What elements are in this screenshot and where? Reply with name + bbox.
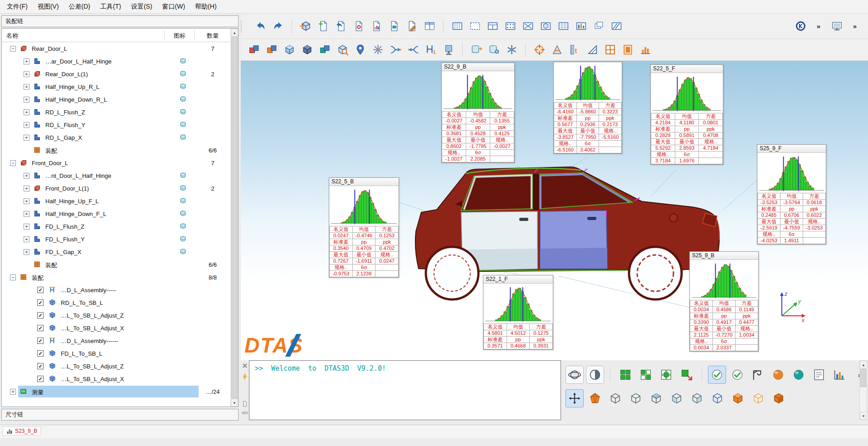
tree-item[interactable]: −装配8/8 bbox=[2, 271, 230, 284]
expand-toggle[interactable]: + bbox=[24, 109, 29, 115]
grid-green3-icon[interactable] bbox=[657, 366, 675, 384]
expand-toggle[interactable]: + bbox=[24, 135, 29, 141]
tree-item-label[interactable]: RD_L_To_SB_L bbox=[61, 299, 103, 306]
orbit-view-icon[interactable] bbox=[566, 366, 584, 384]
tree-item[interactable]: +FD_L_Flush_Z bbox=[2, 220, 230, 233]
locate-pin-icon[interactable] bbox=[352, 42, 368, 58]
split-view-icon[interactable] bbox=[422, 19, 437, 34]
close-console-icon[interactable] bbox=[241, 362, 249, 369]
hist-panel-S25_9_B[interactable]: S25_9_B名义值均值方差0.00340.45860.1149标准差ppppk… bbox=[689, 251, 759, 352]
tree-item-label[interactable]: …L_To_SB_L_Adjust_Z bbox=[61, 363, 124, 370]
panel-hex-icon[interactable] bbox=[538, 19, 553, 34]
hist-panel-S22_9_B[interactable]: S22_9_B名义值均值方差-0.0027-0.45820.1355标准差ppp… bbox=[441, 63, 515, 163]
sphere-teal-icon[interactable] bbox=[790, 366, 808, 384]
tree-item[interactable]: −Front_Door_L7 bbox=[2, 157, 230, 169]
panel-cross-icon[interactable] bbox=[520, 19, 536, 34]
checkbox-checked[interactable]: ✓ bbox=[37, 350, 44, 357]
tree-item-label[interactable]: …L_To_SB_L_Adjust_Z bbox=[61, 312, 124, 319]
hist-panel[interactable]: 名义值均值方差-6.4160-5.88600.3223标准差ppppk0.567… bbox=[553, 62, 622, 154]
tree-item-label[interactable]: Half_Hinge_Up_R_L bbox=[45, 83, 99, 90]
tree-item-label[interactable]: 装配 bbox=[45, 147, 57, 155]
hist-panel-title[interactable]: S22_9_B bbox=[442, 63, 514, 71]
tree-item-label[interactable]: FD_L_To_SB_L bbox=[61, 350, 102, 357]
tree-item[interactable]: ✓RD_L_To_SB_L bbox=[2, 296, 230, 309]
tree-item[interactable]: +FD_L_Flush_Y bbox=[2, 233, 230, 245]
measure-check-icon[interactable] bbox=[708, 366, 726, 384]
hist-panel-S25_9_F[interactable]: S25_9_F名义值均值方差-3.5253-3.57640.0618标准差ppp… bbox=[757, 144, 826, 245]
cube-solid2-icon[interactable] bbox=[770, 389, 788, 407]
tree-item[interactable]: ✓…L_To_SB_L_Adjust_Z bbox=[2, 360, 230, 372]
tree-item[interactable]: ✓…L_To_SB_L_Adjust_X bbox=[2, 372, 230, 385]
expand-toggle[interactable]: + bbox=[24, 198, 29, 204]
expand-toggle[interactable]: + bbox=[24, 224, 29, 230]
hoist-icon[interactable] bbox=[749, 366, 767, 384]
angle-ruler-icon[interactable] bbox=[585, 42, 600, 58]
menu-item[interactable]: 视图(V) bbox=[33, 1, 64, 13]
note-panel-icon[interactable] bbox=[810, 366, 828, 384]
quick-run-icon[interactable] bbox=[241, 373, 249, 380]
panel-slash-icon[interactable] bbox=[609, 19, 624, 34]
tree-item-label[interactable]: RD_L_Gap_X bbox=[45, 134, 82, 141]
expand-toggle[interactable]: + bbox=[24, 84, 29, 90]
statusbar-measurement-item[interactable]: S23_9_B bbox=[3, 426, 41, 436]
expand-toggle[interactable]: + bbox=[24, 59, 29, 64]
ruler-small-icon[interactable] bbox=[241, 409, 249, 417]
panel-table-icon[interactable] bbox=[485, 19, 500, 34]
tree-item[interactable]: +RD_L_Gap_X bbox=[2, 131, 230, 144]
tree-item-label[interactable]: …D_L_Assembly----- bbox=[61, 287, 116, 294]
tree-item[interactable]: −Rear_Door_L7 bbox=[2, 42, 230, 55]
panel-dots-icon[interactable] bbox=[502, 19, 518, 34]
monitor-icon[interactable] bbox=[829, 19, 844, 34]
collapse-toggle[interactable]: − bbox=[10, 160, 16, 166]
tree-item-label[interactable]: FD_L_Gap_X bbox=[45, 249, 82, 255]
assembly-stack3-icon[interactable] bbox=[317, 42, 332, 58]
grid-green-arrow-icon[interactable] bbox=[678, 366, 696, 384]
tree-item[interactable]: 装配6/6 bbox=[2, 144, 230, 157]
hist-panel-title[interactable]: S22_5_F bbox=[651, 65, 723, 73]
tree-item-label[interactable]: …D_L_Assembly------ bbox=[61, 338, 118, 344]
checkbox-checked[interactable]: ✓ bbox=[37, 363, 44, 369]
cube-wire3-icon[interactable] bbox=[647, 389, 665, 407]
doc-edit-icon[interactable] bbox=[404, 19, 419, 34]
dim-h1-icon[interactable]: 1 bbox=[423, 42, 439, 58]
merge-flow-icon[interactable] bbox=[388, 42, 403, 58]
redo-icon[interactable] bbox=[270, 19, 286, 34]
tree-item-label[interactable]: Front_Door_L bbox=[32, 160, 68, 167]
scroll-up-icon[interactable]: ▲ bbox=[860, 361, 867, 368]
collapse-toggle[interactable]: − bbox=[10, 274, 16, 280]
tree-item-label[interactable]: RD_L_Flush_Z bbox=[45, 109, 85, 116]
undo-icon[interactable] bbox=[253, 19, 268, 34]
viewport-scrollbar-thumb[interactable] bbox=[860, 369, 866, 387]
tree-scrollbar-thumb[interactable] bbox=[231, 37, 238, 398]
doc-report-icon[interactable] bbox=[369, 19, 384, 34]
tree-item[interactable]: +RD_L_Flush_Z bbox=[2, 106, 230, 118]
tree-item[interactable]: +Half_Hinge_Up_R_L bbox=[2, 80, 230, 93]
assembly-cube1-icon[interactable] bbox=[282, 42, 297, 58]
expand-toggle[interactable]: + bbox=[24, 173, 29, 179]
panel-dashed-icon[interactable] bbox=[467, 19, 483, 34]
collapse-toggle[interactable]: − bbox=[10, 46, 16, 52]
tree-item-label[interactable]: Front_Door_L(1) bbox=[45, 185, 89, 192]
media-circle-icon[interactable] bbox=[793, 19, 808, 34]
checkbox-checked[interactable]: ✓ bbox=[37, 287, 44, 293]
doc-view-icon[interactable] bbox=[386, 19, 402, 34]
tree-item[interactable]: ✓…L_To_SB_L_Adjust_X bbox=[2, 322, 230, 334]
histogram-icon[interactable] bbox=[638, 42, 653, 58]
tree-item[interactable]: +Half_Hinge_Up_F_L bbox=[2, 195, 230, 207]
ruler-it-icon[interactable]: t bbox=[567, 42, 582, 58]
scroll-down-icon[interactable]: ▼ bbox=[231, 399, 238, 407]
tree-item[interactable]: ✓…D_L_Assembly----- bbox=[2, 284, 230, 296]
panel-pages-icon[interactable] bbox=[591, 19, 606, 34]
dof-asterisk-icon[interactable] bbox=[504, 42, 519, 58]
expand-toggle[interactable]: + bbox=[24, 97, 29, 103]
tree-item[interactable]: ✓…L_To_SB_L_Adjust_Z bbox=[2, 309, 230, 322]
tree-item-label[interactable]: Rear_Door_L bbox=[32, 45, 67, 52]
expand-toggle[interactable]: + bbox=[24, 186, 29, 191]
viewport-scrollbar[interactable]: ▲ ▼ bbox=[859, 360, 867, 420]
cube-search-icon[interactable] bbox=[335, 42, 350, 58]
cube-wire2-icon[interactable] bbox=[627, 389, 645, 407]
new-doc-icon[interactable] bbox=[316, 19, 331, 34]
shade-view-icon[interactable] bbox=[586, 366, 604, 384]
menu-item[interactable]: 设置(S) bbox=[126, 1, 157, 13]
overflow-chevron-icon[interactable]: » bbox=[847, 19, 863, 34]
